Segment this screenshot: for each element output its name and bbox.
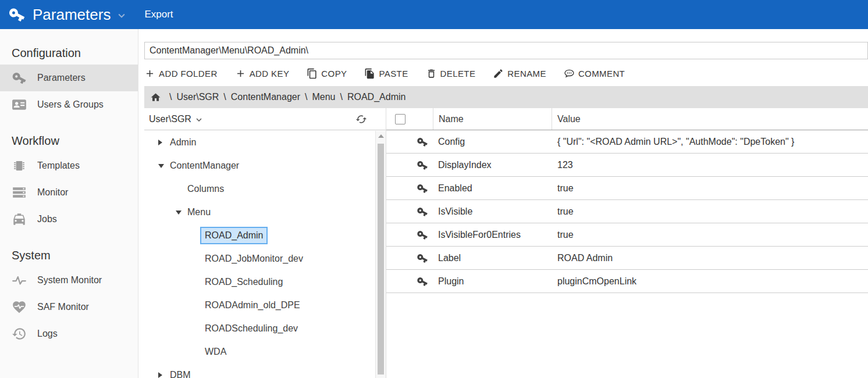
chevron-down-icon — [115, 9, 128, 22]
expand-arrow-icon[interactable] — [158, 372, 170, 378]
scroll-up-arrow-icon[interactable] — [376, 131, 386, 141]
tree-node-wda[interactable]: WDA — [144, 340, 375, 363]
taxi-icon — [12, 212, 27, 227]
sidebar-item-parameters[interactable]: Parameters — [0, 65, 138, 91]
button-label: ADD FOLDER — [159, 69, 218, 79]
sidebar-item-jobs[interactable]: Jobs — [0, 206, 138, 233]
breadcrumb-segment[interactable]: Menu — [312, 92, 335, 102]
parameters-table: Name Value Config { "Url": "<ROAD Admin … — [386, 108, 868, 378]
trash-icon — [426, 68, 437, 79]
sidebar-item-label: Templates — [37, 161, 80, 171]
param-name: DisplayIndex — [433, 160, 552, 170]
breadcrumb-separator: \ — [223, 92, 226, 102]
top-bar: Parameters Export — [0, 0, 868, 29]
tree-node-label-selected: ROAD_Admin — [200, 227, 268, 244]
tree-node-label: Menu — [187, 207, 211, 217]
button-label: RENAME — [507, 69, 546, 79]
collapse-arrow-icon[interactable] — [158, 164, 170, 168]
key-icon — [12, 70, 27, 85]
tree-root-label: User\SGR — [149, 114, 191, 124]
refresh-button[interactable] — [355, 113, 367, 125]
param-value: pluginCmOpenLink — [552, 276, 868, 287]
param-value: 123 — [552, 160, 868, 170]
export-menu-item[interactable]: Export — [144, 9, 173, 20]
breadcrumb-segment[interactable]: ContentManager — [231, 92, 300, 102]
breadcrumb-segment[interactable]: ROAD_Admin — [347, 92, 405, 102]
storage-icon — [12, 185, 27, 200]
add-folder-button[interactable]: ADD FOLDER — [144, 68, 218, 79]
paste-button[interactable]: PASTE — [364, 68, 408, 79]
column-header-value[interactable]: Value — [552, 108, 868, 130]
table-row[interactable]: IsVisibleFor0Entries true — [386, 223, 868, 247]
tree-node-roadscheduling-dev[interactable]: ROADScheduling_dev — [144, 317, 375, 340]
sidebar-item-label: Jobs — [37, 214, 57, 224]
select-all-checkbox[interactable] — [395, 114, 405, 124]
tree-node-menu[interactable]: Menu — [144, 201, 375, 224]
key-icon — [417, 159, 428, 171]
table-header: Name Value — [386, 108, 868, 130]
plus-icon — [235, 68, 246, 79]
tree-node-dbm[interactable]: DBM — [144, 363, 375, 378]
param-name: Plugin — [433, 276, 552, 287]
table-row[interactable]: Config { "Url": "<ROAD Admin URL>", "Aut… — [386, 130, 868, 154]
sidebar-item-templates[interactable]: Templates — [0, 152, 138, 179]
tree-node-road-admin[interactable]: ROAD_Admin — [144, 224, 375, 247]
collapse-arrow-icon[interactable] — [176, 211, 187, 215]
chevron-down-icon — [194, 115, 204, 125]
column-header-name[interactable]: Name — [433, 108, 552, 130]
app-title: Parameters — [33, 6, 111, 24]
add-key-button[interactable]: ADD KEY — [235, 68, 290, 79]
toolbar: ADD FOLDER ADD KEY COPY PASTE DELETE REN… — [144, 65, 868, 81]
expand-arrow-icon[interactable] — [158, 140, 170, 145]
tree-node-contentmanager[interactable]: ContentManager — [144, 154, 375, 177]
table-row[interactable]: Plugin pluginCmOpenLink — [386, 270, 868, 293]
sidebar-item-logs[interactable]: Logs — [0, 320, 138, 347]
button-label: COPY — [321, 69, 347, 79]
param-name: Enabled — [433, 183, 552, 194]
key-icon — [417, 206, 428, 217]
sidebar-item-monitor[interactable]: Monitor — [0, 179, 138, 206]
tree-node-roadadmin-old-dpe[interactable]: ROADAdmin_old_DPE — [144, 294, 375, 317]
copy-button[interactable]: COPY — [307, 68, 347, 79]
section-heading-workflow: Workflow — [12, 134, 138, 148]
tree-node-road-jobmonitor-dev[interactable]: ROAD_JobMonitor_dev — [144, 247, 375, 270]
sidebar-item-saf-monitor[interactable]: SAF Monitor — [0, 294, 138, 320]
tree-node-columns[interactable]: Columns — [144, 177, 375, 201]
tree-node-admin[interactable]: Admin — [144, 131, 375, 154]
comment-button[interactable]: COMMENT — [564, 68, 625, 79]
home-icon[interactable] — [150, 92, 161, 103]
table-row[interactable]: DisplayIndex 123 — [386, 154, 868, 177]
tree-node-label: DBM — [170, 370, 191, 378]
table-row[interactable]: Label ROAD Admin — [386, 247, 868, 270]
param-value: { "Url": "<ROAD Admin URL>", "AuthMode":… — [552, 137, 868, 147]
param-name: IsVisibleFor0Entries — [433, 230, 552, 240]
table-row[interactable]: Enabled true — [386, 177, 868, 200]
rename-button[interactable]: RENAME — [493, 68, 546, 79]
comment-icon — [564, 68, 575, 79]
sidebar: Configuration Parameters Users & Groups … — [0, 29, 138, 378]
scrollbar-thumb[interactable] — [378, 144, 384, 375]
tree-node-label: Admin — [170, 137, 196, 148]
tree-node-label: ContentManager — [170, 161, 239, 171]
sidebar-item-label: SAF Monitor — [37, 302, 89, 312]
key-logo-icon — [8, 6, 26, 23]
param-value: ROAD Admin — [552, 253, 868, 263]
sidebar-item-users-groups[interactable]: Users & Groups — [0, 91, 138, 118]
contact-card-icon — [12, 97, 27, 112]
tree-node-road-scheduling[interactable]: ROAD_Scheduling — [144, 270, 375, 294]
param-value: true — [552, 206, 868, 217]
app-title-menu[interactable]: Parameters — [33, 6, 128, 24]
tree-node-label: ROADScheduling_dev — [205, 323, 298, 334]
tree-scrollbar[interactable] — [375, 131, 386, 378]
table-row[interactable]: IsVisible true — [386, 200, 868, 223]
path-input[interactable] — [144, 42, 868, 59]
tree-root-selector[interactable]: User\SGR — [149, 113, 204, 125]
sidebar-item-label: Users & Groups — [37, 99, 104, 110]
tree-node-label: ROADAdmin_old_DPE — [205, 300, 300, 311]
breadcrumb-segment[interactable]: User\SGR — [176, 92, 219, 102]
sidebar-item-system-monitor[interactable]: System Monitor — [0, 267, 138, 294]
refresh-icon — [355, 113, 367, 125]
breadcrumb: \ User\SGR \ ContentManager \ Menu \ ROA… — [144, 86, 868, 108]
param-value: true — [552, 230, 868, 240]
delete-button[interactable]: DELETE — [426, 68, 476, 79]
